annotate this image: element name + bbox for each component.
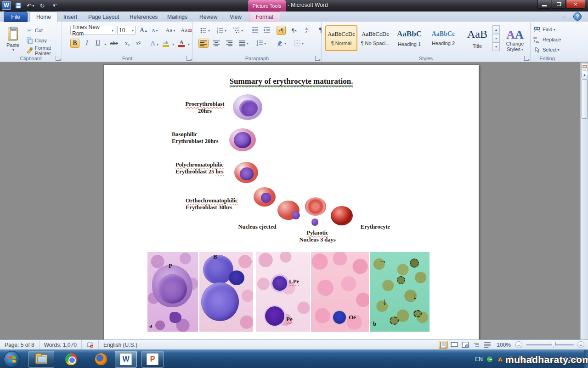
font-dialog-launcher[interactable] bbox=[187, 56, 191, 61]
increase-indent-button[interactable] bbox=[262, 26, 272, 35]
text-effects-dropdown-arrow[interactable]: ▾ bbox=[157, 42, 158, 46]
find-button[interactable]: Find▾ bbox=[533, 26, 555, 33]
clipboard-dialog-launcher[interactable] bbox=[56, 56, 60, 61]
minimize-ribbon-icon[interactable]: ︿ bbox=[562, 13, 570, 20]
zoom-in-button[interactable]: + bbox=[577, 341, 584, 348]
bullets-button[interactable]: ▾ bbox=[198, 26, 211, 35]
replace-button[interactable]: abac Replace bbox=[533, 36, 561, 43]
scroll-up-button[interactable]: ▲ bbox=[581, 71, 588, 78]
taskbar-chrome-button[interactable] bbox=[60, 351, 83, 368]
tab-references[interactable]: References bbox=[123, 12, 164, 22]
taskbar-explorer-button[interactable] bbox=[28, 351, 54, 368]
language-switcher[interactable]: EN bbox=[475, 356, 483, 362]
zoom-level[interactable]: 100% bbox=[497, 342, 511, 348]
draft-view-button[interactable] bbox=[483, 341, 492, 349]
select-button[interactable]: Select▾ bbox=[533, 46, 560, 53]
borders-dropdown-arrow[interactable]: ▾ bbox=[302, 41, 304, 46]
restore-button[interactable] bbox=[552, 0, 565, 9]
zoom-slider-thumb[interactable] bbox=[552, 342, 556, 348]
subscript-button[interactable]: x₂ bbox=[123, 39, 132, 48]
page-indicator[interactable]: Page: 5 of 8 bbox=[0, 340, 40, 350]
format-painter-button[interactable]: Format Painter bbox=[26, 46, 62, 55]
taskbar-word-button[interactable]: W bbox=[115, 351, 137, 368]
scrollbar-thumb[interactable] bbox=[582, 79, 588, 119]
outline-view-button[interactable] bbox=[472, 341, 481, 349]
paste-button[interactable]: Paste ▾ bbox=[4, 25, 22, 54]
bullets-dropdown-arrow[interactable]: ▾ bbox=[208, 29, 210, 33]
zoom-out-button[interactable]: − bbox=[515, 341, 522, 348]
strikethrough-button[interactable]: abe bbox=[109, 39, 119, 48]
font-size-dropdown-arrow[interactable]: ▾ bbox=[132, 29, 134, 33]
fullscreen-reading-view-button[interactable] bbox=[450, 341, 459, 349]
shrink-font-button[interactable]: A▼ bbox=[150, 26, 160, 35]
web-layout-view-button[interactable] bbox=[461, 341, 470, 349]
select-dropdown-arrow[interactable]: ▾ bbox=[558, 48, 560, 52]
justify-button[interactable]: ▾ bbox=[237, 39, 250, 48]
numbering-button[interactable]: 123▾ bbox=[215, 26, 228, 35]
multilevel-list-button[interactable]: ▾ bbox=[232, 26, 244, 35]
right-to-left-button[interactable]: ¶◂ bbox=[289, 26, 299, 35]
styles-scroll-down[interactable]: ▼ bbox=[492, 34, 500, 43]
font-name-dropdown-arrow[interactable]: ▾ bbox=[112, 29, 113, 33]
tab-home[interactable]: Home bbox=[29, 12, 58, 22]
find-dropdown-arrow[interactable]: ▾ bbox=[553, 28, 555, 32]
decrease-indent-button[interactable] bbox=[250, 26, 260, 35]
font-color-dropdown-arrow[interactable]: ▾ bbox=[188, 42, 190, 46]
start-button[interactable] bbox=[4, 351, 20, 368]
justify-dropdown-arrow[interactable]: ▾ bbox=[247, 41, 249, 46]
font-color-button[interactable]: A bbox=[177, 39, 186, 48]
minimize-button[interactable] bbox=[537, 0, 551, 9]
shading-button[interactable]: ▾ bbox=[275, 39, 288, 48]
word-count[interactable]: Words: 1,070 bbox=[40, 340, 82, 350]
style-heading1[interactable]: AaBbC Heading 1 bbox=[393, 25, 425, 51]
styles-dialog-launcher[interactable] bbox=[524, 56, 529, 61]
sort-button[interactable]: AZ ↓ bbox=[303, 26, 312, 35]
highlight-button[interactable]: ab bbox=[161, 39, 170, 48]
tab-review[interactable]: Review bbox=[193, 12, 224, 22]
taskbar-powerpoint-button[interactable]: P bbox=[141, 351, 164, 368]
superscript-button[interactable]: x² bbox=[134, 39, 143, 48]
zoom-slider[interactable] bbox=[526, 344, 574, 345]
proofing-status[interactable]: ✕ bbox=[82, 340, 99, 350]
copy-button[interactable]: Copy bbox=[26, 36, 47, 45]
align-right-button[interactable] bbox=[224, 39, 234, 48]
tab-view[interactable]: View bbox=[223, 12, 248, 22]
multilevel-dropdown-arrow[interactable]: ▾ bbox=[241, 29, 243, 33]
text-effects-button[interactable]: A bbox=[148, 39, 158, 48]
tab-insert[interactable]: Insert bbox=[57, 12, 84, 22]
bold-button[interactable]: B bbox=[70, 39, 79, 48]
highlight-dropdown-arrow[interactable]: ▾ bbox=[172, 42, 174, 46]
tray-app-icon[interactable] bbox=[486, 356, 493, 363]
italic-button[interactable]: I bbox=[82, 39, 91, 48]
line-spacing-dropdown-arrow[interactable]: ▾ bbox=[264, 41, 266, 46]
tab-file[interactable]: File bbox=[4, 12, 28, 22]
tab-mailings[interactable]: Mailings bbox=[161, 12, 194, 22]
underline-button[interactable]: U bbox=[93, 39, 102, 48]
paste-dropdown-arrow[interactable]: ▾ bbox=[12, 48, 14, 52]
vertical-scrollbar[interactable]: ▲ bbox=[580, 63, 588, 339]
style-heading2[interactable]: AaBbCc Heading 2 bbox=[427, 25, 459, 51]
help-button[interactable]: ? bbox=[573, 12, 582, 21]
underline-dropdown-arrow[interactable]: ▾ bbox=[104, 42, 106, 46]
ruler-toggle-button[interactable] bbox=[581, 63, 588, 70]
font-size-combo[interactable]: 10▾ bbox=[117, 26, 136, 35]
shading-dropdown-arrow[interactable]: ▾ bbox=[284, 41, 286, 46]
font-name-combo[interactable]: Times New Rom▾ bbox=[70, 26, 115, 35]
tab-format[interactable]: Format bbox=[249, 12, 280, 22]
close-button[interactable]: ✕ bbox=[566, 0, 585, 9]
style-normal[interactable]: AaBbCcDc ¶ Normal bbox=[325, 25, 357, 51]
tab-page-layout[interactable]: Page Layout bbox=[82, 12, 125, 22]
numbering-dropdown-arrow[interactable]: ▾ bbox=[225, 29, 226, 33]
align-left-button[interactable] bbox=[198, 39, 209, 48]
cut-button[interactable]: ✂ Cut bbox=[26, 26, 43, 35]
left-to-right-button[interactable]: ▸¶ bbox=[277, 26, 286, 35]
paragraph-dialog-launcher[interactable] bbox=[315, 56, 320, 61]
change-case-button[interactable]: Aa▾ bbox=[164, 26, 176, 35]
change-styles-button[interactable]: AA Change Styles▾ bbox=[502, 24, 528, 57]
grow-font-button[interactable]: A▲ bbox=[138, 26, 149, 35]
line-spacing-button[interactable]: ▾ bbox=[254, 39, 267, 48]
styles-gallery-more[interactable]: ▼̄ bbox=[492, 42, 500, 51]
taskbar-firefox-button[interactable] bbox=[90, 351, 113, 368]
styles-scroll-up[interactable]: ▲ bbox=[492, 25, 500, 34]
tray-utility-icon[interactable] bbox=[497, 356, 504, 363]
